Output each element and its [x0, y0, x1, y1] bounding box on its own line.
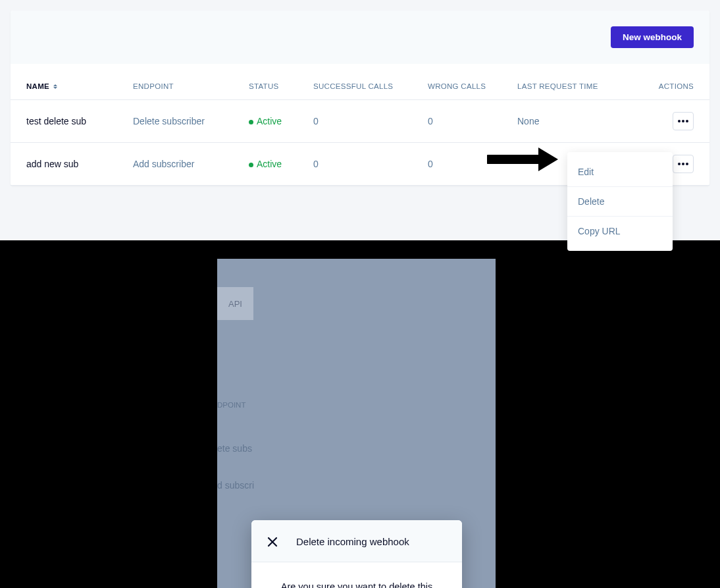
- row-actions-button[interactable]: [673, 155, 694, 173]
- bottom-section: API DPOINT ete subs d subscri Delete inc…: [0, 240, 720, 588]
- status-text: Active: [257, 159, 282, 169]
- status-dot-icon: [249, 163, 253, 167]
- column-header-success[interactable]: SUCCESSFUL CALLS: [313, 82, 428, 90]
- modal-title: Delete incoming webhook: [296, 536, 409, 547]
- table-row: test delete sub Delete subscriber Active…: [11, 100, 709, 143]
- panel-header: New webhook: [11, 11, 709, 64]
- modal-close-button[interactable]: [267, 537, 278, 547]
- background-row-text: ete subs: [217, 443, 252, 454]
- background-column-endpoint: DPOINT: [217, 401, 245, 409]
- row-actions-button[interactable]: [673, 112, 694, 130]
- modal-body: Are you sure you want to delete this web…: [251, 562, 462, 588]
- close-icon: [267, 537, 278, 547]
- cell-name: test delete sub: [26, 116, 133, 126]
- column-header-name[interactable]: NAME: [26, 82, 133, 90]
- cell-status: Active: [249, 116, 313, 126]
- modal-text: Are you sure you want to delete this web…: [267, 579, 446, 588]
- cell-success: 0: [313, 116, 428, 126]
- more-icon: [678, 163, 688, 165]
- cell-success: 0: [313, 159, 428, 169]
- background-tab-api: API: [217, 287, 253, 320]
- cell-time: None: [517, 116, 642, 126]
- modal-header: Delete incoming webhook: [251, 520, 462, 562]
- background-row-text: d subscri: [217, 480, 254, 491]
- column-header-wrong[interactable]: WRONG CALLS: [428, 82, 517, 90]
- webhook-table: NAME ENDPOINT STATUS SUCCESSFUL CALLS WR…: [11, 64, 709, 186]
- more-icon: [678, 120, 688, 122]
- row-actions-dropdown: Edit Delete Copy URL: [567, 152, 673, 251]
- table-row: add new sub Add subscriber Active 0 0 Ed…: [11, 143, 709, 186]
- column-header-status[interactable]: STATUS: [249, 82, 313, 90]
- cell-status: Active: [249, 159, 313, 169]
- status-text: Active: [257, 116, 282, 126]
- sort-icon: [53, 84, 57, 89]
- column-header-time[interactable]: LAST REQUEST TIME: [517, 82, 642, 90]
- cell-endpoint: Delete subscriber: [133, 116, 249, 126]
- cell-wrong: 0: [428, 116, 517, 126]
- dropdown-item-edit[interactable]: Edit: [567, 157, 673, 187]
- column-header-name-text: NAME: [26, 82, 49, 90]
- dropdown-item-delete[interactable]: Delete: [567, 187, 673, 217]
- new-webhook-button[interactable]: New webhook: [611, 26, 694, 48]
- webhook-panel: New webhook NAME ENDPOINT STATUS SUCCESS…: [11, 11, 709, 186]
- table-header-row: NAME ENDPOINT STATUS SUCCESSFUL CALLS WR…: [11, 64, 709, 100]
- cell-actions: [642, 112, 694, 130]
- dropdown-item-copy-url[interactable]: Copy URL: [567, 217, 673, 246]
- cell-name: add new sub: [26, 159, 133, 169]
- top-section: New webhook NAME ENDPOINT STATUS SUCCESS…: [0, 0, 720, 240]
- column-header-endpoint[interactable]: ENDPOINT: [133, 82, 249, 90]
- delete-webhook-modal: Delete incoming webhook Are you sure you…: [251, 520, 462, 588]
- cell-endpoint: Add subscriber: [133, 159, 249, 169]
- annotation-arrow-icon: [487, 145, 559, 176]
- status-dot-icon: [249, 120, 253, 124]
- column-header-actions: ACTIONS: [642, 82, 694, 90]
